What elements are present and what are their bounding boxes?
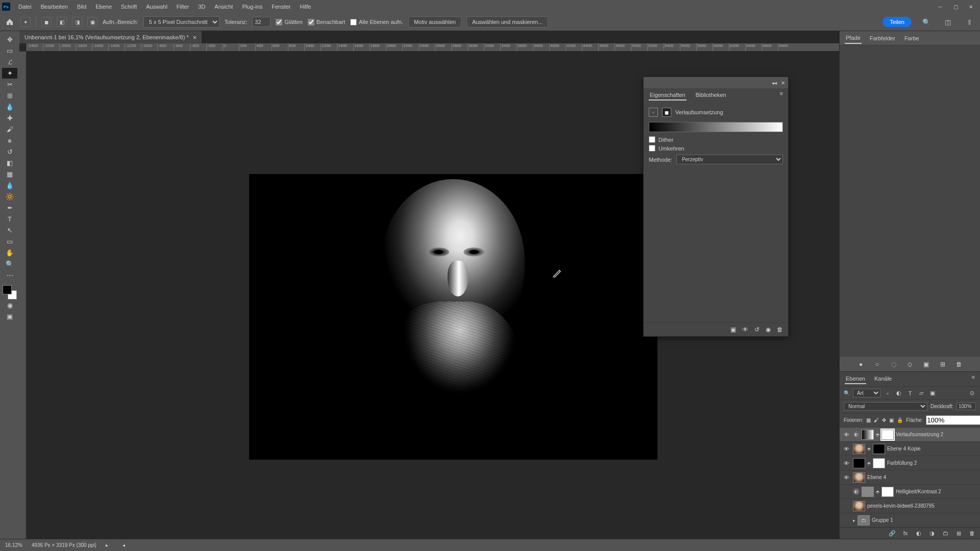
filter-shape-icon[interactable]: ▱ [917, 389, 925, 397]
menu-type[interactable]: Schrift [117, 2, 141, 12]
frame-tool[interactable]: ⊞ [2, 90, 17, 101]
stamp-tool[interactable]: ⎈ [2, 135, 17, 146]
scroll-left-icon[interactable]: ◂ [122, 542, 125, 548]
menu-layer[interactable]: Ebene [91, 2, 116, 12]
filter-pixel-icon[interactable]: ▫ [884, 389, 892, 397]
new-layer-icon[interactable]: ⊞ [954, 530, 963, 537]
mask-icon[interactable]: ◐ [915, 530, 923, 537]
share-button[interactable]: Teilen [883, 17, 912, 27]
filter-smart-icon[interactable]: ▣ [928, 389, 937, 397]
fill-path-icon[interactable]: ● [856, 361, 866, 368]
layer-row[interactable]: pexels-kevin-bidwell-2380795 [840, 499, 980, 513]
color-swatches[interactable] [3, 285, 17, 299]
tolerance-input[interactable] [252, 17, 271, 27]
lock-transparent-icon[interactable]: ▦ [866, 417, 871, 424]
visibility-icon[interactable]: 👁 [842, 446, 851, 452]
export-icon[interactable]: ⇪ [963, 15, 976, 29]
lock-position-icon[interactable]: ✥ [882, 417, 886, 424]
blend-mode-select[interactable]: Normal [844, 402, 927, 411]
gradient-bar[interactable] [649, 122, 783, 132]
add-path-icon[interactable]: ⊞ [938, 361, 947, 368]
layer-row[interactable]: 👁Ebene 4 [840, 470, 980, 485]
dodge-tool[interactable]: 🔆 [2, 191, 17, 202]
selection-intersect-icon[interactable]: ▣ [87, 17, 97, 27]
delete-layer-icon[interactable]: 🗑 [968, 530, 976, 537]
filter-toggle-icon[interactable]: ⊙ [968, 389, 976, 397]
visibility-icon[interactable]: 👁 [842, 474, 851, 481]
layer-row[interactable]: 👁⬘Farbfüllung 2 [840, 456, 980, 470]
zoom-tool[interactable]: 🔍 [2, 259, 17, 269]
menu-filter[interactable]: Filter [173, 2, 193, 12]
properties-panel[interactable]: ◂◂ ✕ Eigenschaften Bibliotheken ≡ ▫ ◼ Ve… [643, 77, 789, 337]
layer-name[interactable]: Verlaufsumsetzung 2 [896, 432, 978, 437]
lasso-tool[interactable]: 𝓛 [2, 57, 17, 67]
maximize-button[interactable]: ▢ [948, 2, 963, 12]
zoom-level[interactable]: 16.12% [5, 542, 22, 548]
document-tab[interactable]: Unbenannt-1 bei 16,1% (Verlaufsumsetzung… [19, 31, 202, 43]
dither-check[interactable]: Dither [649, 136, 783, 143]
menu-window[interactable]: Fenster [267, 2, 295, 12]
properties-tab[interactable]: Eigenschaften [649, 90, 687, 101]
selection-path-icon[interactable]: ◌ [889, 361, 898, 368]
panel-menu-icon[interactable]: ≡ [780, 90, 783, 101]
marquee-tool[interactable]: ▭ [2, 45, 17, 56]
lock-all-icon[interactable]: 🔒 [897, 417, 903, 424]
layer-mask-thumb[interactable] [873, 444, 885, 454]
layer-name[interactable]: Gruppe 1 [872, 517, 978, 523]
menu-help[interactable]: Hilfe [296, 2, 315, 12]
lock-pixels-icon[interactable]: 🖌 [874, 417, 879, 424]
selection-add-icon[interactable]: ◧ [57, 17, 67, 27]
blur-tool[interactable]: 💧 [2, 180, 17, 191]
selection-new-icon[interactable]: ◼ [41, 17, 52, 27]
selection-subtract-icon[interactable]: ◨ [72, 17, 82, 27]
layer-row[interactable]: 👁◐⬘Verlaufsumsetzung 2 [840, 428, 980, 442]
sample-size-select[interactable]: 5 x 5 Pixel Durchschnitt [143, 16, 219, 28]
delete-path-icon[interactable]: 🗑 [954, 361, 964, 368]
layer-mask-thumb[interactable] [881, 430, 894, 440]
fill-input[interactable] [926, 415, 980, 425]
eraser-tool[interactable]: ◧ [2, 158, 17, 168]
layer-mask-thumb[interactable] [881, 487, 894, 497]
menu-file[interactable]: Datei [14, 2, 36, 12]
fx-icon[interactable]: fx [901, 530, 910, 537]
opacity-input[interactable] [957, 403, 976, 410]
menu-select[interactable]: Auswahl [142, 2, 172, 12]
hand-tool[interactable]: ✋ [2, 247, 17, 258]
adjustment-icon[interactable]: ◑ [928, 530, 936, 537]
visibility-icon[interactable]: 👁 [842, 432, 851, 438]
color-tab[interactable]: Farbe [903, 33, 920, 43]
layer-name[interactable]: Ebene 4 [867, 474, 978, 480]
magic-wand-tool-icon[interactable]: ✦ [20, 17, 31, 27]
layer-row[interactable]: 👁⬘Ebene 4 Kopie [840, 442, 980, 456]
layer-row[interactable]: ▸🗀Gruppe 1 [840, 513, 980, 528]
healing-tool[interactable]: ✚ [2, 113, 17, 123]
filter-type-icon[interactable]: T [906, 389, 914, 397]
expand-icon[interactable]: ▸ [853, 518, 855, 523]
minimize-button[interactable]: ─ [933, 2, 947, 12]
close-button[interactable]: ✕ [964, 2, 978, 12]
quick-mask-tool[interactable]: ◉ [2, 300, 17, 311]
magic-wand-tool[interactable]: ✦ [2, 68, 17, 79]
trash-icon[interactable]: 🗑 [777, 326, 783, 333]
link-icon[interactable]: ⬘ [867, 461, 871, 466]
layers-menu-icon[interactable]: ≡ [972, 374, 975, 384]
search-icon[interactable]: 🔍 [844, 390, 850, 396]
close-tab-icon[interactable]: × [193, 34, 197, 41]
layer-name[interactable]: pexels-kevin-bidwell-2380795 [867, 503, 978, 509]
home-icon[interactable] [4, 16, 15, 28]
filter-adjust-icon[interactable]: ◐ [895, 389, 903, 397]
method-select[interactable]: Perzeptiv [676, 155, 783, 164]
menu-image[interactable]: Bild [73, 2, 90, 12]
move-tool[interactable]: ✥ [2, 34, 17, 45]
reset-icon[interactable]: ↺ [754, 326, 760, 333]
more-tools[interactable]: ⋯ [2, 270, 17, 281]
layer-mask-thumb[interactable] [873, 458, 885, 468]
libraries-tab[interactable]: Bibliotheken [695, 90, 727, 101]
layer-filter-kind[interactable]: Art [853, 389, 880, 397]
layer-name[interactable]: Helligkeit/Kontrast 2 [896, 489, 978, 494]
select-and-mask-button[interactable]: Auswählen und maskieren... [467, 16, 548, 28]
clip-icon[interactable]: ▣ [730, 326, 736, 333]
menu-view[interactable]: Ansicht [210, 2, 237, 12]
shape-tool[interactable]: ▭ [2, 236, 17, 247]
link-layers-icon[interactable]: 🔗 [888, 530, 896, 537]
